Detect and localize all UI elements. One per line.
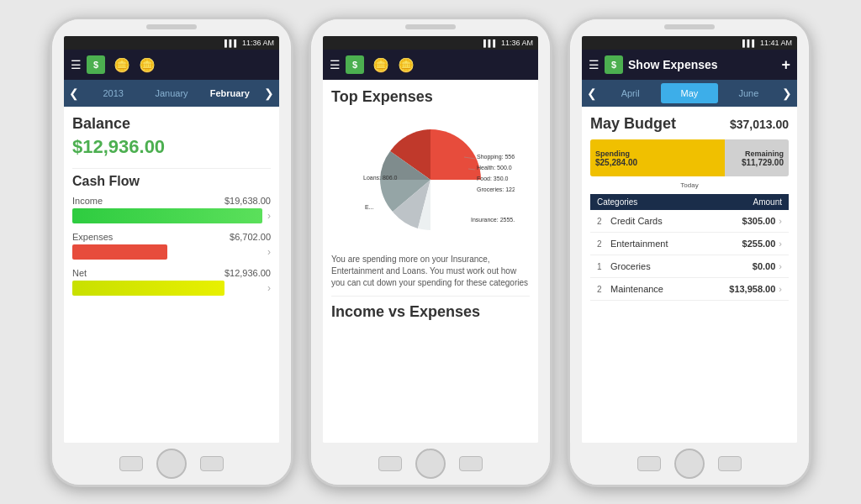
income-item: Income $19,638.00 › [72, 196, 271, 223]
income-row: › [72, 208, 271, 223]
signal-icon-2: ▌▌▌ [483, 39, 498, 47]
status-bar-2: ▌▌▌ 11:36 AM [323, 36, 538, 50]
net-bar [72, 281, 224, 296]
coin-icon-4: 🪙 [398, 57, 415, 73]
income-bar-container [72, 208, 262, 223]
income-chevron[interactable]: › [267, 210, 271, 222]
cat-name-3: Groceries [610, 261, 753, 271]
hamburger-icon-2[interactable]: ☰ [330, 58, 341, 71]
coin-icon-3: 🪙 [372, 57, 389, 73]
insurance-label: Insurance: 2555.0 [471, 217, 515, 223]
remaining-label: Remaining [745, 150, 784, 158]
expense-row: › [72, 244, 271, 260]
speaker-2 [405, 24, 456, 29]
phone-2: ▌▌▌ 11:36 AM ☰ $ 🪙 🪙 Top Expenses [309, 17, 552, 487]
net-row: › [72, 281, 271, 296]
speaker-3 [664, 24, 715, 29]
hamburger-icon-3[interactable]: ☰ [589, 58, 600, 71]
cashflow-title: Cash Flow [72, 174, 271, 189]
balance-section: Balance $12,936.00 [72, 115, 271, 158]
income-bar [72, 208, 262, 223]
cat-chevron-2: › [779, 239, 782, 249]
list-item[interactable]: 2 Maintenance $13,958.00 › [590, 278, 789, 301]
prev-month-3[interactable]: ❮ [582, 87, 602, 100]
phone-3-screen: ▌▌▌ 11:41 AM ☰ $ Show Expenses + ❮ April… [582, 36, 797, 443]
expense-header: Expenses $6,702.00 [72, 232, 271, 242]
menu-button-2[interactable] [459, 456, 483, 471]
phone-3-bottom [570, 443, 809, 485]
back-button[interactable] [119, 456, 143, 471]
income-label: Income [72, 196, 103, 206]
net-header: Net $12,936.00 [72, 268, 271, 278]
may-budget-label: May Budget [590, 115, 676, 133]
april-tab[interactable]: April [602, 83, 658, 103]
budget-bar: Spending $25,284.00 Remaining $11,729.00 [590, 139, 789, 176]
phone-1-content: Balance $12,936.00 Cash Flow Income $19,… [64, 107, 279, 443]
amount-col: Amount [753, 197, 782, 207]
list-item[interactable]: 2 Entertainment $255.00 › [590, 233, 789, 255]
home-button-2[interactable] [415, 449, 446, 479]
next-month-3[interactable]: ❯ [777, 87, 797, 100]
hamburger-icon[interactable]: ☰ [71, 58, 82, 71]
cat-amount-3: $0.00 [753, 261, 776, 271]
month-nav-1: ❮ 2013 January February ❯ [64, 80, 279, 107]
may-budget-header: May Budget $37,013.00 [590, 115, 789, 133]
remaining-bar: Remaining $11,729.00 [725, 139, 789, 176]
remaining-value: $11,729.00 [742, 158, 784, 167]
feb-tab[interactable]: February [201, 83, 259, 103]
app-header-1: ☰ $ 🪙 🪙 [64, 50, 279, 80]
time-2: 11:36 AM [501, 39, 533, 47]
phone-2-bottom [311, 443, 550, 485]
cat-num-2: 2 [597, 239, 610, 249]
e-label: E... [365, 204, 374, 210]
pie-chart: Insurance: 2555.0 Shopping: 556.0 Health… [346, 113, 515, 247]
menu-button-3[interactable] [718, 456, 742, 471]
back-button-3[interactable] [637, 456, 661, 471]
advice-text: You are spending more on your Insurance,… [331, 254, 530, 289]
net-chevron[interactable]: › [267, 282, 271, 294]
cat-name-4: Maintenance [610, 284, 729, 294]
phone-3-content: May Budget $37,013.00 Spending $25,284.0… [582, 107, 797, 443]
month-nav-3: ❮ April May June ❯ [582, 80, 797, 107]
phone-1: ▌▌▌ 11:36 AM ☰ $ 🪙 🪙 ❮ 2013 January Febr… [50, 17, 293, 487]
income-vs-title: Income vs Expenses [331, 303, 530, 321]
net-value: $12,936.00 [224, 268, 271, 278]
spending-bar: Spending $25,284.00 [590, 139, 725, 176]
june-tab[interactable]: June [721, 83, 777, 103]
may-budget-value: $37,013.00 [730, 118, 789, 131]
app-logo-2: $ [346, 55, 364, 74]
app-logo-1: $ [87, 55, 105, 74]
today-marker: Today [590, 181, 789, 189]
home-button[interactable] [156, 449, 187, 479]
time-3: 11:41 AM [760, 39, 792, 47]
cat-chevron-3: › [779, 261, 782, 271]
insurance-slice [430, 129, 481, 180]
plus-button[interactable]: + [781, 56, 790, 74]
coin-icon-2: 🪙 [139, 57, 156, 73]
menu-button[interactable] [200, 456, 224, 471]
prev-month-1[interactable]: ❮ [64, 87, 84, 100]
next-month-1[interactable]: ❯ [259, 87, 279, 100]
cat-chevron-1: › [779, 216, 782, 226]
back-button-2[interactable] [378, 456, 402, 471]
cat-num-1: 2 [597, 217, 610, 226]
list-item[interactable]: 1 Groceries $0.00 › [590, 255, 789, 278]
health-label: Health: 500.0 [477, 165, 512, 171]
signal-icon: ▌▌▌ [224, 39, 239, 47]
groceries-label: Groceries: 122.0 [477, 186, 515, 192]
expense-chevron[interactable]: › [267, 246, 271, 258]
phone-1-bottom [52, 443, 291, 485]
list-item[interactable]: 2 Credit Cards $305.00 › [590, 210, 789, 233]
cat-num-3: 1 [597, 262, 610, 271]
app-header-3: ☰ $ Show Expenses + [582, 50, 797, 80]
home-button-3[interactable] [674, 449, 705, 479]
cat-name-1: Credit Cards [610, 216, 742, 226]
cat-amount-2: $255.00 [742, 239, 776, 249]
jan-tab[interactable]: January [142, 83, 200, 103]
cat-num-4: 2 [597, 285, 610, 294]
phone-1-top [52, 19, 291, 36]
loans-label: Loans: 806.0 [363, 175, 398, 181]
may-tab[interactable]: May [661, 83, 717, 103]
year-tab[interactable]: 2013 [84, 83, 142, 103]
phone-3-top [570, 19, 809, 36]
